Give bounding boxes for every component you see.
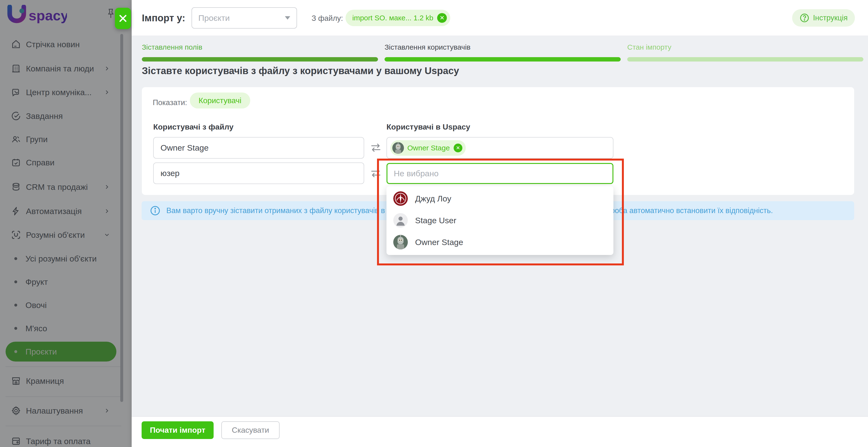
cancel-button[interactable]: Скасувати (221, 421, 280, 439)
dialog-title: Імпорт у: (142, 12, 185, 24)
swap-arrows-icon (370, 143, 381, 152)
step-user-mapping[interactable]: Зіставлення користувачів (384, 43, 621, 62)
start-import-button[interactable]: Почати імпорт (142, 421, 214, 439)
import-dialog: Імпорт у: Проєкти З файлу: import SO. ма… (132, 0, 868, 447)
step-progress-bar (627, 57, 863, 62)
bender-avatar (393, 235, 408, 249)
uspacy-user-select-filled[interactable]: Owner Stage ✕ (386, 137, 613, 159)
show-filter-chip[interactable]: Користувачі (190, 93, 250, 108)
question-circle-icon (799, 13, 810, 23)
bender-avatar (392, 142, 404, 154)
page-title: Зіставте користувачів з файлу з користув… (142, 65, 459, 76)
dropdown-option-jude-law[interactable]: Джуд Лоу (386, 188, 613, 209)
show-label: Показати: (153, 98, 187, 107)
remove-file-icon[interactable]: ✕ (437, 13, 447, 23)
sidebar: spacy Стрічка новин Компанія та люди (0, 0, 132, 447)
info-icon (150, 205, 160, 216)
default-person-avatar (393, 213, 408, 228)
select-placeholder: Не вибрано (394, 169, 439, 178)
selected-user-chip[interactable]: Owner Stage ✕ (390, 140, 466, 156)
file-user-field[interactable]: Owner Stage (153, 137, 364, 159)
swap-arrows-icon (370, 168, 381, 178)
dialog-header: Імпорт у: Проєкти З файлу: import SO. ма… (132, 0, 868, 36)
imported-file-chip[interactable]: import SO. маке... 1.2 kb ✕ (345, 10, 450, 26)
import-target-placeholder: Проєкти (198, 13, 229, 23)
uspacy-user-select-focused[interactable]: Не вибрано (386, 163, 613, 184)
uspacy-app: spacy Стрічка новин Компанія та люди (0, 0, 868, 447)
import-steps: Зіставлення полів Зіставлення користувач… (142, 43, 863, 62)
step-import-status[interactable]: Стан імпорту (627, 43, 863, 62)
step-progress-bar (384, 57, 621, 62)
instruction-button[interactable]: Інструкція (792, 9, 855, 27)
dialog-footer: Почати імпорт Скасувати (132, 416, 868, 447)
user-dropdown-menu: Джуд Лоу Stage User Owner Stage (386, 186, 613, 255)
step-field-mapping[interactable]: Зіставлення полів (142, 43, 378, 62)
dropdown-option-stage-user[interactable]: Stage User (386, 209, 613, 231)
jedi-emblem-avatar (393, 191, 408, 206)
close-dialog-button[interactable] (115, 8, 131, 29)
step-progress-bar (142, 57, 378, 62)
dropdown-option-owner-stage[interactable]: Owner Stage (386, 231, 613, 253)
from-file-label: З файлу: (312, 14, 343, 23)
caret-down-icon (285, 16, 290, 20)
file-user-field[interactable]: юзер (153, 163, 364, 184)
import-target-select[interactable]: Проєкти (191, 7, 297, 29)
sidebar-dim-overlay (0, 0, 132, 447)
column-header-uspacy-users: Користувачі в Uspacy (386, 123, 470, 132)
column-header-file-users: Користувачі з файлу (153, 123, 234, 132)
remove-user-icon[interactable]: ✕ (454, 144, 462, 152)
